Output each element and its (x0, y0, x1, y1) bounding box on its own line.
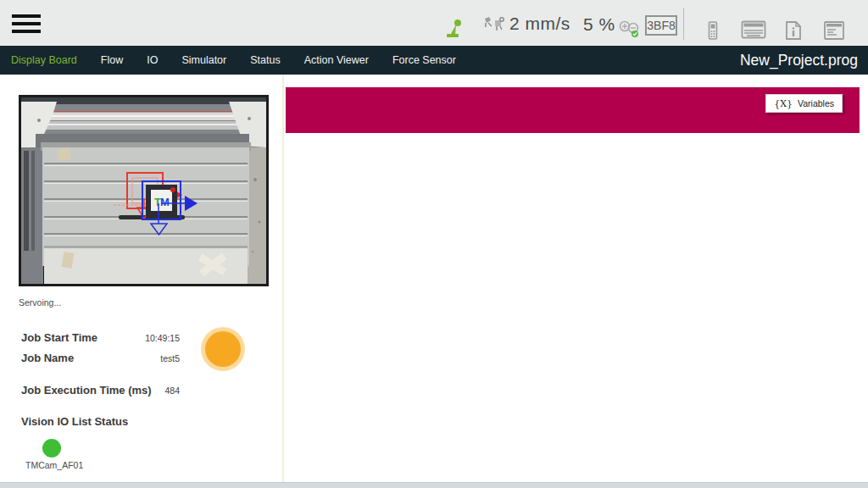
job-name-value: test5 (95, 353, 180, 363)
job-name-label: Job Name (21, 352, 74, 364)
tab-status[interactable]: Status (250, 54, 280, 66)
panel-divider (282, 75, 284, 482)
footer-strip (0, 482, 868, 488)
main-content: T M Servoing... Job Start Time 10:49:15 … (0, 75, 868, 482)
nav-tabs: Display Board Flow IO Simulator Status A… (0, 54, 456, 66)
camera-feed-image: T M (19, 95, 269, 286)
zoom-plus-minus-icon[interactable] (618, 19, 643, 42)
job-start-time-value: 10:49:15 (95, 333, 180, 343)
camera-name-label: TMCam_AF01 (25, 460, 83, 470)
job-status-indicator (203, 329, 243, 369)
job-execution-time-value: 484 (95, 385, 180, 396)
robot-speed-icon (483, 15, 505, 36)
tab-flow[interactable]: Flow (101, 54, 123, 66)
project-name: New_Project.prog (740, 46, 858, 75)
info-document-icon[interactable] (784, 20, 803, 44)
speed-percent-value: 5 % (583, 14, 615, 35)
topbar-separator (683, 8, 684, 40)
tmflow-app-window: 2 mm/s 5 % 3BF8 (0, 0, 868, 488)
tab-simulator[interactable]: Simulator (181, 54, 226, 66)
hamburger-menu-button[interactable] (12, 14, 41, 35)
tab-display-board[interactable]: Display Board (11, 54, 77, 66)
log-notes-icon[interactable] (823, 20, 845, 44)
robot-jog-icon (444, 19, 465, 42)
variables-button[interactable]: {X} Variables (765, 94, 843, 113)
session-code-badge[interactable]: 3BF8 (645, 15, 677, 36)
speed-value: 2 mm/s (509, 14, 570, 34)
servo-status-text: Servoing... (19, 297, 61, 308)
teach-pendant-icon[interactable] (707, 20, 719, 44)
tab-action-viewer[interactable]: Action Viewer (304, 54, 369, 66)
variables-button-label: Variables (798, 98, 834, 108)
main-navigation-bar: Display Board Flow IO Simulator Status A… (0, 46, 868, 75)
virtual-keyboard-icon[interactable] (741, 20, 766, 42)
tab-io[interactable]: IO (147, 54, 158, 66)
svg-text:M: M (160, 196, 170, 208)
job-start-time-label: Job Start Time (21, 331, 97, 344)
speed-readout: 2 mm/s (483, 12, 570, 36)
tab-force-sensor[interactable]: Force Sensor (392, 54, 456, 66)
variables-icon: {X} (774, 98, 793, 109)
vision-io-list-title: Vision IO List Status (21, 415, 128, 428)
top-status-bar: 2 mm/s 5 % 3BF8 (0, 0, 868, 46)
display-board-header-bar: {X} Variables (286, 87, 860, 133)
vision-io-status-indicator (42, 439, 61, 458)
